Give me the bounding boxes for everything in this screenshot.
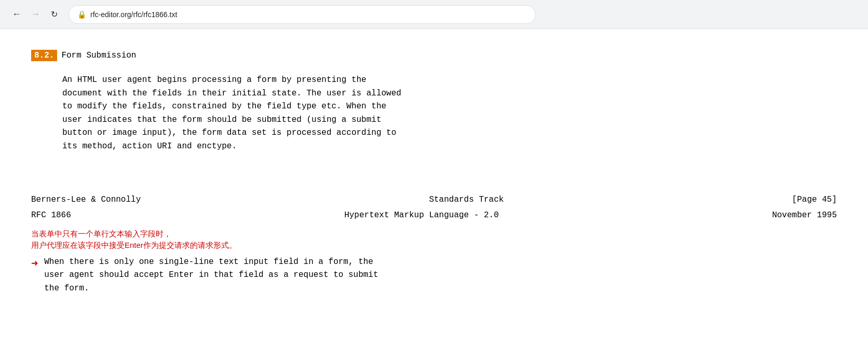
- back-button[interactable]: ←: [8, 6, 25, 23]
- footer-center: Standards Track: [429, 195, 504, 204]
- forward-button[interactable]: →: [27, 6, 44, 23]
- nav-buttons: ← → ↻: [8, 6, 62, 23]
- rfc-left: RFC 1866: [31, 211, 71, 220]
- body-line-2: document with the fields in their initia…: [62, 87, 837, 101]
- url-text: rfc-editor.org/rfc/rfc1866.txt: [90, 10, 177, 19]
- translation-note: 当表单中只有一个单行文本输入字段时， 用户代理应在该字段中接受Enter作为提交…: [31, 228, 837, 252]
- rfc-line: RFC 1866 Hypertext Markup Language - 2.0…: [31, 211, 837, 220]
- body-line-1: An HTML user agent begins processing a f…: [62, 74, 837, 87]
- address-bar[interactable]: 🔒 rfc-editor.org/rfc/rfc1866.txt: [69, 5, 536, 24]
- red-arrow-icon: ➜: [31, 257, 38, 271]
- rfc-center: Hypertext Markup Language - 2.0: [344, 211, 499, 220]
- section-body: An HTML user agent begins processing a f…: [62, 74, 837, 153]
- main-line-2: user agent should accept Enter in that f…: [44, 269, 378, 282]
- browser-chrome: ← → ↻ 🔒 rfc-editor.org/rfc/rfc1866.txt: [0, 0, 868, 29]
- section-heading: 8.2. Form Submission: [31, 50, 837, 61]
- section-number: 8.2.: [31, 50, 57, 61]
- body-line-4: user indicates that the form should be s…: [62, 114, 837, 127]
- main-line-3: the form.: [44, 282, 378, 296]
- page-content: 8.2. Form Submission An HTML user agent …: [0, 29, 868, 363]
- body-line-5: button or image input), the form data se…: [62, 127, 837, 140]
- footer-right: [Page 45]: [792, 195, 837, 204]
- body-line-3: to modify the fields, constrained by the…: [62, 100, 837, 114]
- reload-button[interactable]: ↻: [46, 6, 62, 23]
- rfc-right: November 1995: [772, 211, 837, 220]
- arrow-section: ➜ When there is only one single-line tex…: [31, 256, 837, 296]
- footer-line: Berners-Lee & Connolly Standards Track […: [31, 185, 837, 204]
- translation-line-2: 用户代理应在该字段中接受Enter作为提交请求的请求形式。: [31, 240, 837, 252]
- main-line-1: When there is only one single-line text …: [44, 256, 378, 269]
- arrow-content: When there is only one single-line text …: [44, 256, 378, 296]
- lock-icon: 🔒: [77, 10, 86, 19]
- section-title: Form Submission: [61, 51, 136, 60]
- body-line-6: its method, action URI and enctype.: [62, 140, 837, 153]
- translation-line-1: 当表单中只有一个单行文本输入字段时，: [31, 228, 837, 240]
- footer-left: Berners-Lee & Connolly: [31, 195, 141, 204]
